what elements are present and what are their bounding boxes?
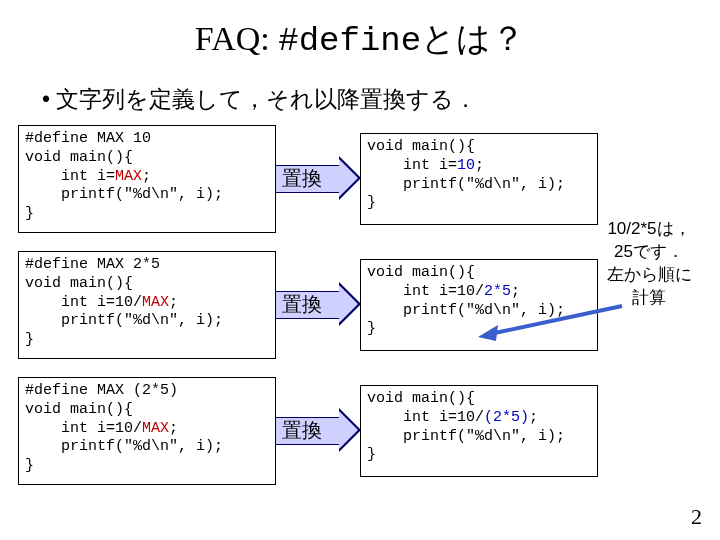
max-token: MAX (142, 420, 169, 437)
replaced-token: 2*5 (484, 283, 511, 300)
code-before: #define MAX 2*5 void main(){ int i=10/MA… (18, 251, 276, 359)
arrow-label: 置換 (282, 417, 322, 444)
max-token: MAX (142, 294, 169, 311)
note-line: 25です． (614, 242, 684, 261)
arrow-head-icon (339, 282, 361, 326)
note-line: 計算 (632, 288, 666, 307)
title-code: #define (278, 22, 421, 60)
arrow-label: 置換 (282, 165, 322, 192)
code-after: void main(){ int i=10/(2*5); printf("%d\… (360, 385, 598, 477)
code-after: void main(){ int i=10; printf("%d\n", i)… (360, 133, 598, 225)
note-line: 10/2*5は， (607, 219, 690, 238)
slide-title: FAQ: #defineとは？ (0, 0, 720, 62)
page-number: 2 (691, 504, 702, 530)
replace-arrow: 置換 (276, 153, 360, 203)
code-after: void main(){ int i=10/2*5; printf("%d\n"… (360, 259, 598, 351)
code-before: #define MAX (2*5) void main(){ int i=10/… (18, 377, 276, 485)
max-token: MAX (115, 168, 142, 185)
replaced-token: 10 (457, 157, 475, 174)
note-line: 左から順に (607, 265, 692, 284)
replaced-token: (2*5) (484, 409, 529, 426)
bullet-text: • 文字列を定義して，それ以降置換する． (42, 84, 720, 115)
side-note: 10/2*5は， 25です． 左から順に 計算 (590, 218, 708, 310)
arrow-head-icon (339, 156, 361, 200)
example-rows: #define MAX 10 void main(){ int i=MAX; p… (18, 125, 720, 495)
title-prefix: FAQ: (195, 20, 278, 57)
replace-arrow: 置換 (276, 405, 360, 455)
title-suffix: とは？ (421, 20, 525, 57)
example-row: #define MAX (2*5) void main(){ int i=10/… (18, 377, 720, 495)
code-before: #define MAX 10 void main(){ int i=MAX; p… (18, 125, 276, 233)
arrow-head-icon (339, 408, 361, 452)
slide: FAQ: #defineとは？ • 文字列を定義して，それ以降置換する． #de… (0, 0, 720, 540)
arrow-label: 置換 (282, 291, 322, 318)
replace-arrow: 置換 (276, 279, 360, 329)
